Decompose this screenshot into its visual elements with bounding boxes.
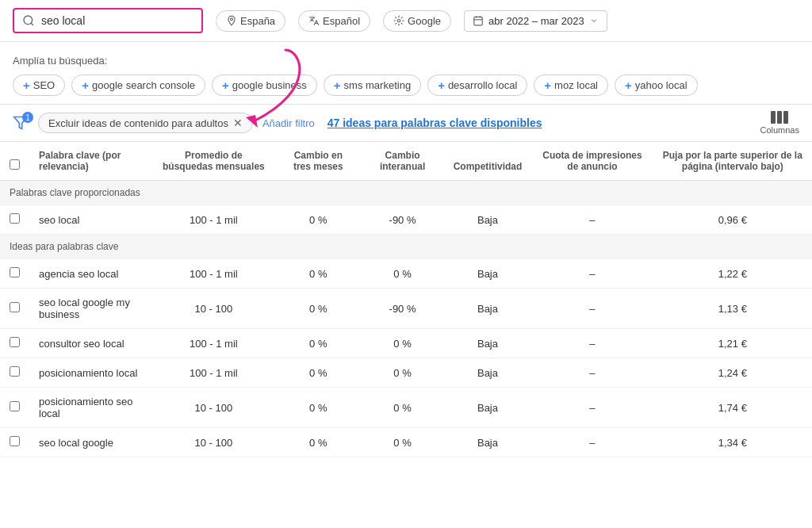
expand-chip[interactable]: + desarrollo local	[427, 75, 527, 96]
engine-label: Google	[408, 15, 441, 27]
language-filter[interactable]: Español	[298, 10, 370, 32]
keyword-cell: consultor seo local	[29, 329, 152, 358]
row-checkbox[interactable]	[10, 337, 20, 347]
row-checkbox-cell[interactable]	[0, 329, 29, 358]
expand-chip[interactable]: + SEO	[13, 75, 65, 96]
columns-button[interactable]: Columnas	[760, 111, 799, 135]
avg-searches-cell: 10 - 100	[152, 289, 276, 329]
impression-share-cell: –	[531, 358, 653, 388]
row-checkbox-cell[interactable]	[0, 289, 29, 329]
remove-filter-button[interactable]: ✕	[233, 117, 243, 129]
filter-bar: 1 Excluir ideas de contenido para adulto…	[0, 105, 812, 142]
competition-cell: Baja	[444, 205, 532, 235]
ideas-count: 47 ideas para palabras clave disponibles	[327, 117, 542, 129]
annotation-wrapper: Amplía tu búsqueda: + SEO+ google search…	[0, 42, 812, 105]
row-checkbox[interactable]	[10, 401, 20, 411]
filter-icon-button[interactable]: 1	[13, 115, 29, 131]
competition-cell: Baja	[444, 259, 532, 289]
table-row: consultor seo local 100 - 1 mil 0 % 0 % …	[0, 329, 812, 358]
section-provided: Palabras clave proporcionadas	[0, 181, 812, 205]
change-annual-cell: -90 %	[361, 205, 443, 235]
table-wrap: Palabra clave (por relevancia) Promedio …	[0, 142, 812, 457]
select-all-checkbox[interactable]	[10, 159, 20, 170]
table-row: seo local google my business 10 - 100 0 …	[0, 289, 812, 329]
change-3m-cell: 0 %	[275, 388, 361, 428]
date-range-label: abr 2022 – mar 2023	[488, 15, 584, 27]
table-row: seo local google 10 - 100 0 % 0 % Baja –…	[0, 428, 812, 457]
expand-chips: + SEO+ google search console+ google bus…	[13, 75, 698, 96]
impression-share-cell: –	[531, 388, 653, 428]
avg-searches-cell: 100 - 1 mil	[152, 329, 276, 358]
location-filter[interactable]: España	[216, 10, 285, 32]
row-checkbox-cell[interactable]	[0, 205, 29, 235]
expand-chip[interactable]: + google business	[212, 75, 317, 96]
expand-row: Amplía tu búsqueda: + SEO+ google search…	[0, 42, 812, 105]
change-3m-cell: 0 %	[275, 358, 361, 388]
keyword-cell: agencia seo local	[29, 259, 152, 289]
row-checkbox[interactable]	[10, 436, 20, 446]
impression-share-cell: –	[531, 428, 653, 457]
columns-label: Columnas	[760, 125, 799, 135]
avg-searches-cell: 100 - 1 mil	[152, 358, 276, 388]
row-checkbox[interactable]	[10, 213, 20, 224]
search-input[interactable]	[41, 14, 184, 27]
table-header-row: Palabra clave (por relevancia) Promedio …	[0, 142, 812, 181]
active-filter-chip: Excluir ideas de contenido para adultos …	[38, 113, 253, 133]
top-bar: España Español Google abr 2022 – mar 202…	[0, 0, 812, 42]
impression-share-cell: –	[531, 205, 653, 235]
keywords-table: Palabra clave (por relevancia) Promedio …	[0, 142, 812, 457]
impression-share-cell: –	[531, 259, 653, 289]
row-checkbox-cell[interactable]	[0, 358, 29, 388]
top-bid-cell: 1,21 €	[653, 329, 812, 358]
location-label: España	[240, 15, 275, 27]
expand-chip[interactable]: + sms marketing	[324, 75, 421, 96]
location-icon	[226, 15, 237, 26]
engine-filter[interactable]: Google	[383, 10, 451, 32]
top-bid-cell: 1,74 €	[653, 388, 812, 428]
th-change-3m: Cambio en tres meses	[275, 142, 361, 181]
avg-searches-cell: 10 - 100	[152, 428, 276, 457]
impression-share-cell: –	[531, 289, 653, 329]
change-annual-cell: 0 %	[361, 358, 443, 388]
top-bid-cell: 1,34 €	[653, 428, 812, 457]
expand-chip[interactable]: + yahoo local	[615, 75, 698, 96]
keyword-cell: posicionamiento seo local	[29, 388, 152, 428]
select-all-header[interactable]	[0, 142, 29, 181]
svg-rect-4	[474, 17, 483, 25]
expand-chip[interactable]: + moz local	[534, 75, 608, 96]
change-annual-cell: 0 %	[361, 388, 443, 428]
competition-cell: Baja	[444, 428, 532, 457]
filter-badge: 1	[22, 112, 33, 123]
row-checkbox[interactable]	[10, 366, 20, 377]
table-row: posicionamiento seo local 10 - 100 0 % 0…	[0, 388, 812, 428]
change-3m-cell: 0 %	[275, 428, 361, 457]
active-filter-label: Excluir ideas de contenido para adultos	[48, 117, 228, 129]
th-competition: Competitividad	[444, 142, 532, 181]
keyword-cell: seo local google my business	[29, 289, 152, 329]
search-box[interactable]	[13, 8, 203, 33]
svg-line-1	[31, 23, 33, 25]
row-checkbox[interactable]	[10, 267, 20, 277]
row-checkbox[interactable]	[10, 302, 20, 312]
row-checkbox-cell[interactable]	[0, 259, 29, 289]
impression-share-cell: –	[531, 329, 653, 358]
expand-chip[interactable]: + google search console	[71, 75, 205, 96]
avg-searches-cell: 100 - 1 mil	[152, 205, 276, 235]
date-range-picker[interactable]: abr 2022 – mar 2023	[464, 10, 607, 32]
language-label: Español	[323, 15, 360, 27]
change-3m-cell: 0 %	[275, 289, 361, 329]
keyword-cell: seo local google	[29, 428, 152, 457]
row-checkbox-cell[interactable]	[0, 428, 29, 457]
th-impression-share: Cuota de impresiones de anuncio	[531, 142, 653, 181]
change-3m-cell: 0 %	[275, 329, 361, 358]
th-avg-searches: Promedio de búsquedas mensuales	[152, 142, 276, 181]
table-row: seo local 100 - 1 mil 0 % -90 % Baja – 0…	[0, 205, 812, 235]
table-row: agencia seo local 100 - 1 mil 0 % 0 % Ba…	[0, 259, 812, 289]
change-3m-cell: 0 %	[275, 259, 361, 289]
competition-cell: Baja	[444, 388, 532, 428]
add-filter-button[interactable]: Añadir filtro	[262, 117, 315, 129]
calendar-icon	[473, 15, 484, 26]
change-3m-cell: 0 %	[275, 205, 361, 235]
row-checkbox-cell[interactable]	[0, 388, 29, 428]
avg-searches-cell: 10 - 100	[152, 388, 276, 428]
